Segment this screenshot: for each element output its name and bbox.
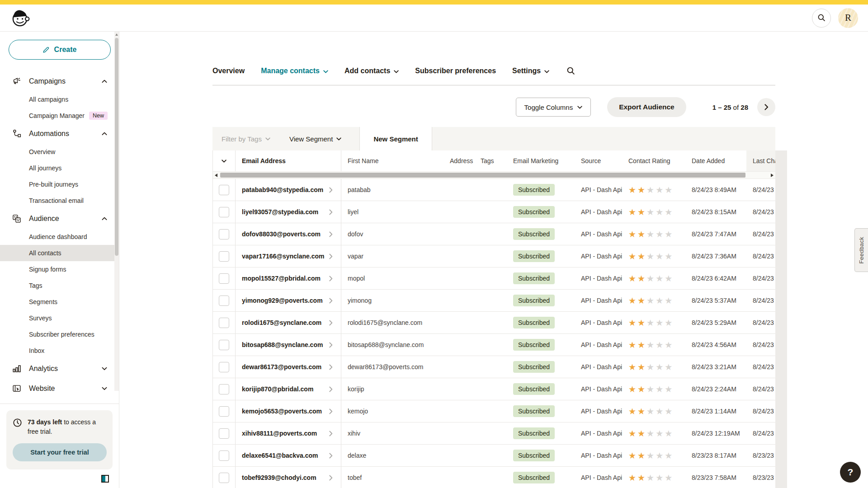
collapse-sidebar-icon[interactable] [101, 475, 109, 483]
row-expand-icon[interactable] [329, 364, 333, 370]
row-expand-icon[interactable] [329, 408, 333, 414]
sidebar-scrollbar-thumb[interactable] [115, 38, 118, 256]
sidebar-scrollbar[interactable] [114, 32, 119, 391]
row-checkbox[interactable] [219, 251, 229, 262]
sidebar-item-tags[interactable]: Tags [0, 277, 119, 294]
email-cell[interactable]: yimonog929@poverts.com [236, 290, 341, 311]
row-checkbox[interactable] [219, 428, 229, 439]
email-cell[interactable]: bitosap688@synclane.com [236, 334, 341, 356]
row-checkbox[interactable] [219, 340, 229, 350]
tab-add-contacts[interactable]: Add contacts [344, 67, 399, 75]
email-cell[interactable]: delaxe6541@backva.com [236, 445, 341, 466]
column-header-email-marketing[interactable]: Email Marketing [507, 157, 575, 164]
scroll-right-arrow-icon[interactable] [771, 174, 774, 177]
email-cell[interactable]: vapar17166@synclane.com [236, 245, 341, 267]
email-cell[interactable]: kemojo5653@poverts.com [236, 400, 341, 422]
bulk-select-dropdown[interactable] [213, 150, 236, 171]
export-audience-button[interactable]: Export Audience [607, 97, 686, 117]
email-cell[interactable]: korijip870@pbridal.com [236, 378, 341, 400]
sidebar-item-audience-dashboard[interactable]: Audience dashboard [0, 229, 119, 245]
email-cell[interactable]: tobef92939@chodyi.com [236, 467, 341, 488]
scroll-left-arrow-icon[interactable] [215, 174, 217, 177]
mailchimp-logo-icon[interactable] [10, 8, 31, 28]
row-expand-icon[interactable] [329, 453, 333, 459]
row-checkbox[interactable] [219, 406, 229, 417]
column-header-tags[interactable]: Tags [474, 157, 507, 164]
sidebar-item-overview[interactable]: Overview [0, 144, 119, 160]
row-checkbox[interactable] [219, 450, 229, 461]
row-checkbox[interactable] [219, 273, 229, 284]
row-checkbox[interactable] [219, 318, 229, 328]
column-header-address[interactable]: Address [443, 157, 474, 164]
sidebar-item-all-journeys[interactable]: All journeys [0, 160, 119, 176]
column-header-last-changed[interactable]: Last Changed [746, 150, 775, 171]
column-header-first-name[interactable]: First Name [341, 157, 443, 164]
sidebar-item-subscriber-preferences[interactable]: Subscriber preferences [0, 326, 119, 343]
next-page-button[interactable] [757, 98, 775, 116]
row-expand-icon[interactable] [329, 276, 333, 282]
sidebar-item-pre-built-journeys[interactable]: Pre-built journeys [0, 176, 119, 192]
sidebar-item-all-contacts[interactable]: All contacts [0, 245, 119, 261]
row-expand-icon[interactable] [329, 320, 333, 326]
tab-settings[interactable]: Settings [512, 67, 549, 75]
feedback-tab[interactable]: Feedback [854, 228, 868, 272]
sidebar-item-surveys[interactable]: Surveys [0, 310, 119, 326]
row-expand-icon[interactable] [329, 187, 333, 193]
row-checkbox[interactable] [219, 296, 229, 306]
tab-manage-contacts[interactable]: Manage contacts [261, 67, 328, 75]
row-expand-icon[interactable] [329, 431, 333, 436]
new-badge: New [89, 112, 108, 120]
email-cell[interactable]: dofov88030@poverts.com [236, 223, 341, 245]
column-header-contact-rating[interactable]: Contact Rating [622, 157, 685, 164]
filter-by-tags-dropdown[interactable]: Filter by Tags [222, 135, 270, 143]
row-expand-icon[interactable] [329, 231, 333, 237]
tab-overview[interactable]: Overview [212, 67, 245, 75]
sidebar-item-signup-forms[interactable]: Signup forms [0, 261, 119, 277]
row-expand-icon[interactable] [329, 209, 333, 215]
sidebar-item-segments[interactable]: Segments [0, 294, 119, 310]
column-header-email[interactable]: Email Address [236, 150, 341, 171]
help-button[interactable]: ? [840, 462, 861, 483]
row-expand-icon[interactable] [329, 386, 333, 392]
new-segment-button[interactable]: New Segment [359, 127, 432, 150]
row-checkbox[interactable] [219, 384, 229, 394]
global-search-button[interactable] [812, 9, 831, 28]
create-button[interactable]: Create [9, 40, 111, 60]
horizontal-scrollbar-thumb[interactable] [220, 173, 745, 178]
email-cell[interactable]: xihiv88111@poverts.com [236, 422, 341, 444]
sidebar-item-inbox[interactable]: Inbox [0, 343, 119, 359]
email-cell[interactable]: patabab940@stypedia.com [236, 179, 341, 201]
row-checkbox[interactable] [219, 362, 229, 372]
scroll-up-arrow-icon[interactable] [115, 33, 118, 36]
tab-search-button[interactable] [566, 66, 576, 75]
avatar[interactable]: R [838, 8, 858, 28]
column-header-date-added[interactable]: Date Added [685, 157, 746, 164]
tab-subscriber-preferences[interactable]: Subscriber preferences [415, 67, 496, 75]
toggle-columns-button[interactable]: Toggle Columns [516, 98, 591, 117]
start-free-trial-button[interactable]: Start your free trial [13, 443, 107, 461]
email-cell[interactable]: liyel93057@stypedia.com [236, 201, 341, 223]
row-expand-icon[interactable] [329, 298, 333, 304]
sidebar-section-website[interactable]: Website [0, 379, 119, 399]
email-cell[interactable]: mopol15527@pbridal.com [236, 267, 341, 289]
row-checkbox[interactable] [219, 207, 229, 217]
sidebar-item-transactional-email[interactable]: Transactional email [0, 192, 119, 209]
row-checkbox[interactable] [219, 185, 229, 195]
table-vertical-scrollbar-track[interactable] [775, 150, 787, 488]
email-cell[interactable]: dewar86173@poverts.com [236, 356, 341, 378]
sidebar-item-campaign-manager[interactable]: Campaign ManagerNew [0, 108, 119, 124]
row-expand-icon[interactable] [329, 342, 333, 348]
horizontal-scrollbar[interactable] [213, 171, 775, 179]
sidebar-section-automations[interactable]: Automations [0, 124, 119, 144]
row-expand-icon[interactable] [329, 475, 333, 481]
email-cell[interactable]: rolodi1675@synclane.com [236, 312, 341, 333]
sidebar-item-all-campaigns[interactable]: All campaigns [0, 91, 119, 108]
row-expand-icon[interactable] [329, 253, 333, 259]
row-checkbox[interactable] [219, 473, 229, 483]
column-header-source[interactable]: Source [575, 157, 622, 164]
view-segment-dropdown[interactable]: View Segment [289, 135, 341, 143]
row-checkbox[interactable] [219, 229, 229, 239]
sidebar-section-audience[interactable]: Audience [0, 209, 119, 229]
sidebar-section-campaigns[interactable]: Campaigns [0, 71, 119, 91]
sidebar-section-analytics[interactable]: Analytics [0, 359, 119, 379]
